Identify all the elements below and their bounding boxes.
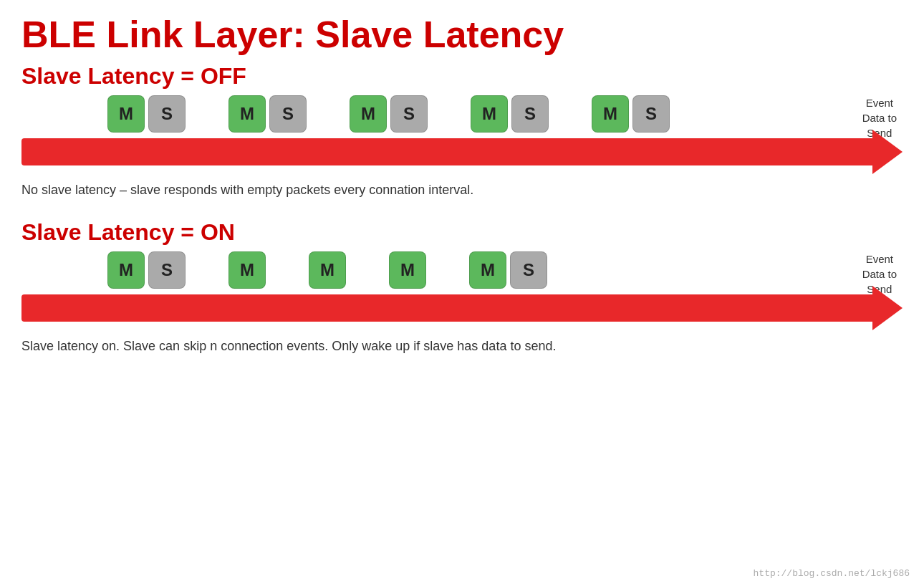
section-off-label: Slave Latency = OFF bbox=[21, 63, 903, 90]
block-m-on-4: M bbox=[389, 251, 426, 289]
block-s-off-4: S bbox=[511, 95, 549, 133]
arrow-bar-off bbox=[21, 138, 874, 165]
pair-off-1: M S bbox=[107, 95, 186, 133]
pair-off-5: M S bbox=[592, 95, 670, 133]
block-m-off-2: M bbox=[228, 95, 266, 133]
pair-off-3: M S bbox=[350, 95, 428, 133]
block-on-5: M S bbox=[469, 251, 547, 289]
timeline-off: EventData toSend M S M S M S M S bbox=[21, 95, 903, 174]
block-on-2: M bbox=[228, 251, 266, 289]
section-on: Slave Latency = ON EventData toSend M S … bbox=[0, 219, 924, 354]
watermark: http://blog.csdn.net/lckj686 bbox=[754, 568, 910, 579]
block-on-1: M S bbox=[107, 251, 186, 289]
block-m-off-5: M bbox=[592, 95, 629, 133]
block-m-on-5: M bbox=[469, 251, 506, 289]
block-on-3: M bbox=[309, 251, 346, 289]
description-on: Slave latency on. Slave can skip n conne… bbox=[21, 336, 903, 354]
description-off: No slave latency – slave responds with e… bbox=[21, 180, 903, 198]
section-off: Slave Latency = OFF EventData toSend M S… bbox=[0, 63, 924, 198]
block-m-on-2: M bbox=[228, 251, 266, 289]
block-m-off-1: M bbox=[107, 95, 145, 133]
arrow-bar-on bbox=[21, 294, 874, 322]
block-s-on-5: S bbox=[510, 251, 547, 289]
block-s-off-2: S bbox=[269, 95, 307, 133]
block-s-off-3: S bbox=[390, 95, 428, 133]
block-s-off-5: S bbox=[632, 95, 670, 133]
pair-off-2: M S bbox=[228, 95, 307, 133]
block-m-on-3: M bbox=[309, 251, 346, 289]
block-s-off-1: S bbox=[148, 95, 186, 133]
block-on-4: M bbox=[389, 251, 426, 289]
block-m-on-1: M bbox=[107, 251, 145, 289]
timeline-on: EventData toSend M S M M M M S bbox=[21, 251, 903, 330]
block-s-on-1: S bbox=[148, 251, 186, 289]
block-m-off-4: M bbox=[471, 95, 508, 133]
page-title: BLE Link Layer: Slave Latency bbox=[0, 0, 924, 63]
block-m-off-3: M bbox=[350, 95, 387, 133]
pair-off-4: M S bbox=[471, 95, 549, 133]
section-on-label: Slave Latency = ON bbox=[21, 219, 903, 246]
